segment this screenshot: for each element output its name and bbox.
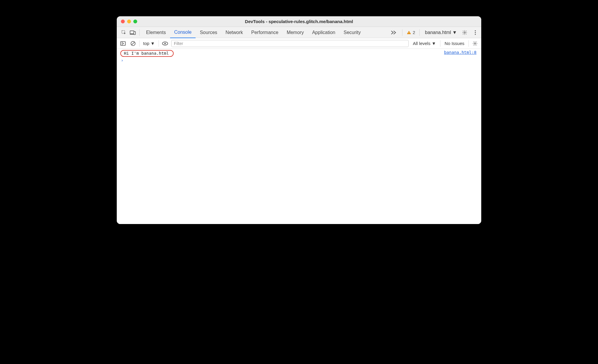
kebab-menu-icon[interactable] (471, 28, 479, 37)
warnings-count: 2 (413, 30, 415, 35)
more-tabs-icon[interactable] (390, 28, 398, 37)
warnings-badge[interactable]: 2 (407, 30, 415, 35)
window-close-button[interactable] (121, 20, 125, 23)
chevron-down-icon: ▼ (431, 41, 436, 46)
svg-rect-4 (409, 32, 409, 33)
prompt-chevron-icon: › (121, 58, 123, 63)
svg-point-15 (164, 43, 166, 44)
log-levels-selector[interactable]: All levels ▼ (411, 41, 438, 46)
svg-point-7 (475, 30, 476, 31)
window-zoom-button[interactable] (133, 20, 137, 23)
device-toolbar-icon[interactable] (129, 28, 137, 37)
execution-context-selector[interactable]: top ▼ (142, 41, 156, 46)
traffic-lights (117, 20, 137, 23)
tab-network[interactable]: Network (221, 27, 247, 38)
chevron-down-icon: ▼ (151, 41, 155, 46)
clear-console-icon[interactable] (129, 40, 137, 47)
settings-icon[interactable] (461, 28, 469, 37)
divider (419, 29, 420, 36)
tab-sources[interactable]: Sources (196, 27, 221, 38)
issues-button[interactable]: No Issues (443, 41, 466, 46)
svg-point-16 (474, 43, 476, 44)
window-minimize-button[interactable] (127, 20, 131, 23)
divider (139, 40, 140, 47)
svg-point-8 (475, 32, 476, 33)
tab-elements[interactable]: Elements (142, 27, 170, 38)
frame-selector-label: banana.html (425, 30, 451, 35)
console-log-source-link[interactable]: banana.html:8 (444, 50, 478, 55)
console-output[interactable]: Hi I'm banana.html banana.html:8 › (117, 49, 481, 224)
divider (440, 40, 440, 47)
svg-rect-3 (134, 31, 135, 34)
titlebar: DevTools - speculative-rules.glitch.me/b… (117, 16, 481, 27)
svg-line-13 (132, 42, 135, 45)
svg-point-9 (475, 34, 476, 35)
toggle-sidebar-icon[interactable] (119, 40, 127, 47)
frame-selector[interactable]: banana.html ▼ (424, 29, 458, 36)
devtools-window: DevTools - speculative-rules.glitch.me/b… (117, 16, 481, 224)
tab-security[interactable]: Security (339, 27, 365, 38)
svg-point-6 (464, 32, 466, 33)
divider (402, 29, 402, 36)
tab-console[interactable]: Console (170, 27, 196, 38)
tab-memory[interactable]: Memory (282, 27, 308, 38)
tab-application[interactable]: Application (308, 27, 339, 38)
inspect-element-icon[interactable] (120, 28, 128, 37)
panel-tabs: Elements Console Sources Network Perform… (142, 27, 365, 38)
svg-rect-1 (130, 31, 134, 34)
console-settings-icon[interactable] (471, 40, 479, 47)
divider (159, 40, 159, 47)
console-toolbar: top ▼ All levels ▼ No Issues (117, 38, 481, 49)
divider (469, 40, 469, 47)
svg-rect-5 (409, 33, 409, 33)
console-prompt[interactable]: › (117, 57, 481, 63)
console-log-message: Hi I'm banana.html (120, 50, 174, 57)
filter-input[interactable] (171, 40, 409, 47)
console-log-row: Hi I'm banana.html banana.html:8 (117, 49, 481, 57)
context-label: top (143, 41, 149, 46)
live-expression-icon[interactable] (161, 40, 169, 47)
tab-performance[interactable]: Performance (247, 27, 283, 38)
devtools-tabstrip: Elements Console Sources Network Perform… (117, 27, 481, 38)
chevron-down-icon: ▼ (452, 30, 457, 35)
levels-label: All levels (413, 41, 430, 46)
issues-label: No Issues (444, 41, 464, 46)
window-title: DevTools - speculative-rules.glitch.me/b… (117, 19, 481, 24)
divider (139, 29, 140, 36)
